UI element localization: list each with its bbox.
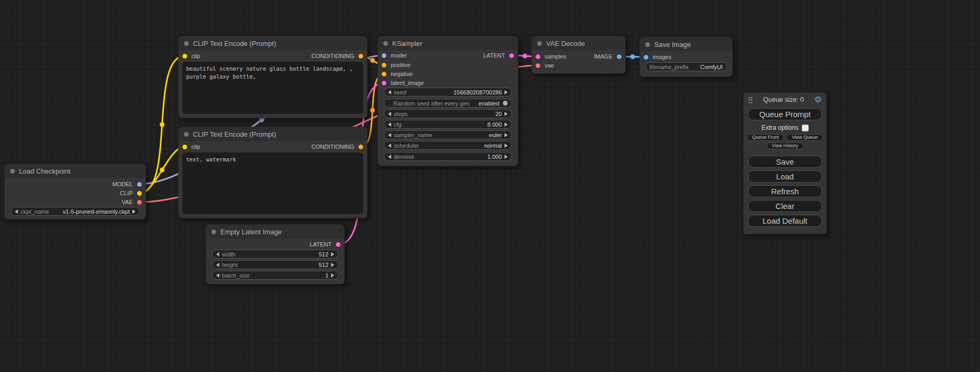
queue-size-label: Queue size: 0 [756,96,811,103]
widget-label: Random seed after every gen [393,100,470,107]
output-port-conditioning[interactable] [358,144,364,150]
input-port-negative[interactable] [381,71,387,77]
node-load-checkpoint[interactable]: Load Checkpoint MODEL CLIP VAE ckpt_name… [4,164,146,220]
increment-arrow-icon[interactable] [504,90,508,94]
node-title-bar[interactable]: KSampler [378,36,518,50]
scheduler-widget[interactable]: scheduler normal [384,141,512,150]
clear-button[interactable]: Clear [748,200,822,212]
denoise-widget[interactable]: denoise 1.000 [384,152,512,161]
queue-prompt-button[interactable]: Queue Prompt [748,108,822,120]
decrement-arrow-icon[interactable] [216,252,219,256]
node-title-bar[interactable]: Save Image [640,37,732,51]
batch-size-widget[interactable]: batch_size 1 [212,271,338,280]
increment-arrow-icon[interactable] [504,155,508,159]
decrement-arrow-icon[interactable] [388,122,391,127]
collapse-dot-icon[interactable] [184,41,189,46]
input-port-latent-image[interactable] [381,80,387,86]
view-queue-button[interactable]: View Queue [787,134,823,141]
node-title-bar[interactable]: CLIP Text Encode (Prompt) [179,36,367,50]
increment-arrow-icon[interactable] [504,112,508,116]
load-button[interactable]: Load [748,170,822,183]
input-port-clip[interactable] [182,144,188,150]
cfg-widget[interactable]: cfg 8.000 [384,120,512,129]
increment-arrow-icon[interactable] [132,209,135,214]
collapse-dot-icon[interactable] [537,41,542,46]
increment-arrow-icon[interactable] [504,133,508,137]
input-port-model[interactable] [381,53,387,59]
widget-label: steps [394,111,407,117]
output-label-model: MODEL [112,181,133,187]
prompt-textarea[interactable]: beautiful scenery nature glass bottle la… [182,62,363,114]
collapse-dot-icon[interactable] [645,42,650,47]
width-widget[interactable]: width 512 [212,250,338,259]
widget-value: 1.000 [487,154,502,160]
decrement-arrow-icon[interactable] [388,155,391,159]
input-port-clip[interactable] [182,53,188,59]
increment-arrow-icon[interactable] [331,263,334,267]
comfy-menu[interactable]: Queue size: 0 ⚙ Queue Prompt Extra optio… [743,92,827,234]
output-label-conditioning: CONDITIONING [312,144,354,150]
seed-widget[interactable]: seed 156680208700286 [384,88,512,97]
output-port-image[interactable] [616,54,622,60]
collapse-dot-icon[interactable] [211,230,216,234]
toggle-knob-icon[interactable] [503,101,508,106]
decrement-arrow-icon[interactable] [15,209,18,214]
widget-label: sampler_name [394,132,432,138]
node-empty-latent-image[interactable]: Empty Latent Image LATENT width 512 heig… [206,224,345,284]
random-seed-toggle-widget[interactable]: Random seed after every gen enabled [384,99,512,108]
output-port-latent[interactable] [509,53,515,59]
graph-canvas[interactable]: Load Checkpoint MODEL CLIP VAE ckpt_name… [0,0,980,372]
link-midpoint-dot [370,58,375,63]
extra-options-label: Extra options [761,124,798,131]
output-label-clip: CLIP [120,190,133,196]
input-port-images[interactable] [643,54,649,60]
decrement-arrow-icon[interactable] [388,144,391,148]
collapse-dot-icon[interactable] [184,132,189,137]
increment-arrow-icon[interactable] [504,122,508,127]
node-clip-text-encode-negative[interactable]: CLIP Text Encode (Prompt) clip CONDITION… [178,127,367,218]
node-clip-text-encode-positive[interactable]: CLIP Text Encode (Prompt) clip CONDITION… [178,36,367,118]
height-widget[interactable]: height 512 [212,260,338,269]
steps-widget[interactable]: steps 20 [384,109,512,118]
widget-label: denoise [394,154,414,160]
decrement-arrow-icon[interactable] [216,273,219,278]
collapse-dot-icon[interactable] [10,169,15,174]
ckpt-name-widget[interactable]: ckpt_name v1-5-pruned-emaonly.ckpt [11,207,140,216]
output-port-vae[interactable] [137,199,142,205]
refresh-button[interactable]: Refresh [748,185,822,197]
node-title: CLIP Text Encode (Prompt) [193,40,276,47]
increment-arrow-icon[interactable] [331,273,334,278]
node-vae-decode[interactable]: VAE Decode samples IMAGE vae [531,36,626,74]
load-default-button[interactable]: Load Default [748,215,822,227]
view-history-button[interactable]: View History [766,142,803,149]
input-port-positive[interactable] [381,62,387,68]
node-title-bar[interactable]: Load Checkpoint [5,164,145,178]
decrement-arrow-icon[interactable] [388,133,391,137]
output-port-latent[interactable] [335,242,341,247]
node-title-bar[interactable]: CLIP Text Encode (Prompt) [179,127,367,141]
decrement-arrow-icon[interactable] [388,112,391,116]
node-save-image[interactable]: Save Image images filename_prefix ComfyU… [639,37,733,77]
input-port-samples[interactable] [535,54,541,60]
save-button[interactable]: Save [748,156,822,168]
output-port-model[interactable] [137,182,142,187]
prompt-textarea[interactable]: text, watermark [182,152,363,214]
extra-options-checkbox[interactable] [802,125,809,131]
sampler-name-widget[interactable]: sampler_name euler [384,130,512,139]
output-port-clip[interactable] [137,190,142,196]
input-label-negative: negative [391,71,413,77]
settings-gear-icon[interactable]: ⚙ [814,96,822,104]
node-title-bar[interactable]: VAE Decode [532,36,625,50]
drag-handle-icon[interactable] [748,97,753,103]
output-port-conditioning[interactable] [358,53,364,59]
filename-prefix-widget[interactable]: filename_prefix ComfyUI [645,62,727,71]
decrement-arrow-icon[interactable] [388,90,391,94]
input-port-vae[interactable] [535,63,541,69]
increment-arrow-icon[interactable] [504,144,508,148]
decrement-arrow-icon[interactable] [216,263,219,267]
increment-arrow-icon[interactable] [331,252,334,256]
node-ksampler[interactable]: KSampler model LATENT positive negative … [377,36,518,166]
collapse-dot-icon[interactable] [383,41,388,46]
queue-front-button[interactable]: Queue Front [747,134,784,141]
node-title-bar[interactable]: Empty Latent Image [206,225,344,239]
